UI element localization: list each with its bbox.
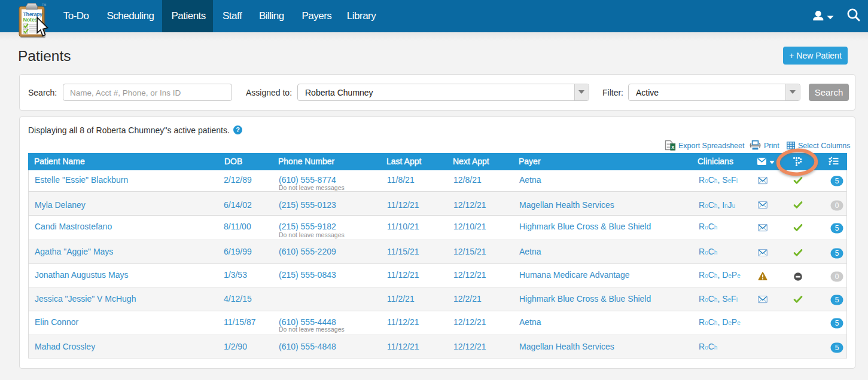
svg-text:x: x xyxy=(671,144,674,150)
svg-text:TM: TM xyxy=(42,3,46,7)
svg-text:Notes: Notes xyxy=(23,17,38,23)
